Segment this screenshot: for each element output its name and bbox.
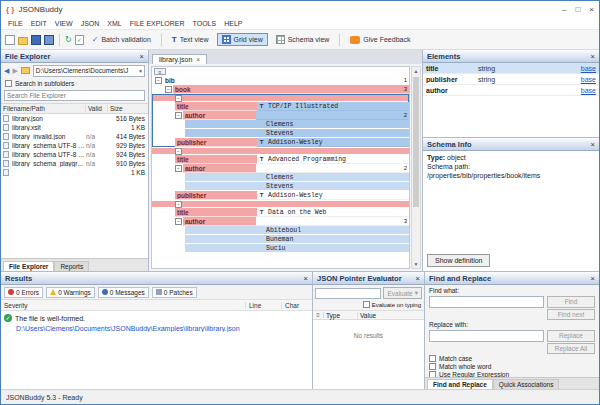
value-cell[interactable]: Data on the Web — [266, 208, 409, 217]
file-list-header[interactable]: Filename/Path Valid Size — [1, 103, 148, 114]
value-cell[interactable] — [256, 111, 409, 120]
messages-filter-button[interactable]: 0 Messages — [98, 287, 149, 298]
validate-document-icon[interactable]: ✓ — [75, 35, 84, 45]
search-subfolders-checkbox[interactable] — [5, 80, 12, 87]
element-row-publisher[interactable]: publisher string base — [423, 74, 599, 85]
collapse-icon[interactable]: − — [175, 218, 182, 225]
collapse-icon[interactable]: − — [175, 165, 182, 172]
match-case-option[interactable]: Match case — [429, 355, 595, 362]
find-button[interactable]: Find — [547, 296, 595, 308]
back-icon[interactable]: ◀ — [4, 67, 9, 75]
element-row-title[interactable]: title string base — [423, 63, 599, 74]
elements-close-icon[interactable]: × — [591, 52, 595, 61]
patches-filter-button[interactable]: 0 Patches — [152, 287, 197, 298]
path-combo[interactable]: D:\Users\Clemens\Documents\J ▾ — [33, 65, 145, 77]
collapse-icon[interactable]: − — [165, 86, 172, 93]
collapse-icon[interactable]: − — [175, 201, 182, 208]
find-next-button[interactable]: Find next — [547, 309, 595, 320]
find-input[interactable] — [429, 296, 544, 308]
grid-row-author-member[interactable]: Stevens — [152, 129, 409, 138]
grid-row-author[interactable]: − author 2 — [152, 111, 409, 120]
vertical-scrollbar[interactable]: ▲ ▼ — [411, 66, 421, 269]
result-message-row[interactable]: ✓ The file is well-formed. — [4, 314, 309, 322]
refresh-icon[interactable]: ↻ — [65, 35, 72, 45]
tab-reports[interactable]: Reports — [54, 261, 89, 271]
match-case-checkbox[interactable] — [429, 355, 436, 362]
replace-all-button[interactable]: Replace All — [547, 343, 595, 354]
grid-row-bib[interactable]: − bib 1 — [152, 76, 409, 85]
schema-info-close-icon[interactable]: × — [591, 140, 595, 149]
scroll-down-icon[interactable]: ▼ — [412, 260, 420, 268]
menu-view[interactable]: VIEW — [51, 19, 77, 28]
file-explorer-search-input[interactable] — [4, 90, 145, 101]
match-whole-word-checkbox[interactable] — [429, 363, 436, 370]
grid-row-title[interactable]: title T TCP/IP Illustrated — [152, 102, 409, 111]
file-explorer-close-icon[interactable]: × — [140, 52, 144, 61]
warnings-filter-button[interactable]: 0 Warnings — [46, 287, 95, 298]
grid-row-publisher[interactable]: publisher T Addison-Wesley — [152, 138, 409, 147]
minimize-button[interactable]: – — [562, 5, 566, 14]
save-icon[interactable] — [31, 35, 41, 45]
file-row[interactable]: library_schema_playground.json n/a 910 B… — [1, 159, 148, 168]
tab-close-icon[interactable]: × — [196, 56, 200, 63]
results-close-icon[interactable]: × — [304, 274, 308, 283]
grid-row-author[interactable]: − author 2 — [152, 164, 409, 173]
grid-menu-icon[interactable]: ≡ — [154, 68, 166, 75]
open-folder-icon[interactable] — [18, 37, 28, 45]
results-table-header[interactable]: Severity Line Char — [1, 300, 312, 311]
file-row[interactable]: library.json 516 Bytes — [1, 114, 148, 123]
menu-edit[interactable]: EDIT — [27, 19, 51, 28]
value-cell[interactable]: Addison-Wesley — [266, 138, 409, 147]
value-cell[interactable] — [256, 164, 409, 173]
menu-tools[interactable]: TOOLS — [189, 19, 221, 28]
element-row-author[interactable]: author base — [423, 85, 599, 96]
grid-row-author-member[interactable]: Abiteboul — [152, 226, 409, 235]
grid-row-author-member[interactable]: Stevens — [152, 182, 409, 191]
collapse-icon[interactable]: − — [175, 148, 182, 155]
value-cell[interactable]: Advanced Programming — [266, 155, 409, 164]
replace-button[interactable]: Replace — [547, 330, 595, 342]
menu-json[interactable]: JSON — [77, 19, 104, 28]
close-button[interactable]: × — [589, 5, 594, 14]
json-pointer-evaluator-close-icon[interactable]: × — [416, 274, 420, 283]
tab-file-explorer[interactable]: File Explorer — [3, 261, 54, 271]
grid-row-title[interactable]: title T Data on the Web — [152, 208, 409, 217]
file-row[interactable]: 1 KB — [1, 168, 148, 177]
scrollbar-thumb[interactable] — [413, 77, 419, 207]
schema-view-button[interactable]: Schema view — [271, 33, 335, 46]
search-subfolders-option[interactable]: Search in subfolders — [1, 78, 148, 89]
find-replace-close-icon[interactable]: × — [591, 274, 595, 283]
new-document-icon[interactable] — [5, 35, 15, 45]
save-all-icon[interactable] — [44, 35, 54, 45]
file-row[interactable]: library_schema UTF-8 BOM.json n/a 929 By… — [1, 141, 148, 150]
tab-find-and-replace[interactable]: Find and Replace — [427, 379, 493, 389]
collapse-icon[interactable]: − — [155, 77, 162, 84]
grid-row-author-member[interactable]: Suciu — [152, 244, 409, 253]
forward-icon[interactable]: ▶ — [12, 67, 17, 75]
evaluate-button[interactable]: Evaluate ▾ — [383, 287, 422, 299]
evaluate-on-typing-checkbox[interactable] — [363, 301, 370, 308]
result-file-link[interactable]: D:\Users\Clemens\Documents\JSONBuddy\Exa… — [16, 325, 309, 332]
batch-validation-button[interactable]: ✓ Batch validation — [87, 33, 156, 47]
grid-row-publisher[interactable]: publisher T Addison-Wesley — [152, 191, 409, 200]
replace-input[interactable] — [429, 330, 544, 342]
match-whole-word-option[interactable]: Match whole word — [429, 363, 595, 370]
grid-row-author-member[interactable]: Buneman — [152, 235, 409, 244]
value-cell[interactable]: Addison-Wesley — [266, 191, 409, 200]
menu-xml[interactable]: XML — [103, 19, 125, 28]
collapse-icon[interactable]: − — [175, 95, 182, 102]
file-row[interactable]: library.xslt 1 KB — [1, 123, 148, 132]
file-row[interactable]: library_schema UTF-8 NO BO... n/a 924 By… — [1, 150, 148, 159]
errors-filter-button[interactable]: 0 Errors — [4, 287, 43, 298]
value-cell[interactable] — [256, 217, 409, 226]
grid-item-1[interactable]: − title T TCP/IP Illustrated − author — [152, 94, 409, 147]
text-view-button[interactable]: T Text view — [167, 33, 214, 46]
value-cell[interactable]: TCP/IP Illustrated — [266, 102, 409, 111]
evaluator-table-header[interactable]: ≡ Type Value — [313, 310, 424, 320]
grid-view-button[interactable]: Grid view — [217, 33, 268, 46]
tab-library-json[interactable]: library.json × — [152, 54, 207, 64]
menu-help[interactable]: HELP — [220, 19, 246, 28]
grid-item-2[interactable]: − title T Advanced Programming − author — [152, 147, 409, 200]
menu-file[interactable]: FILE — [4, 19, 27, 28]
tab-quick-associations[interactable]: Quick Associations — [493, 379, 560, 389]
